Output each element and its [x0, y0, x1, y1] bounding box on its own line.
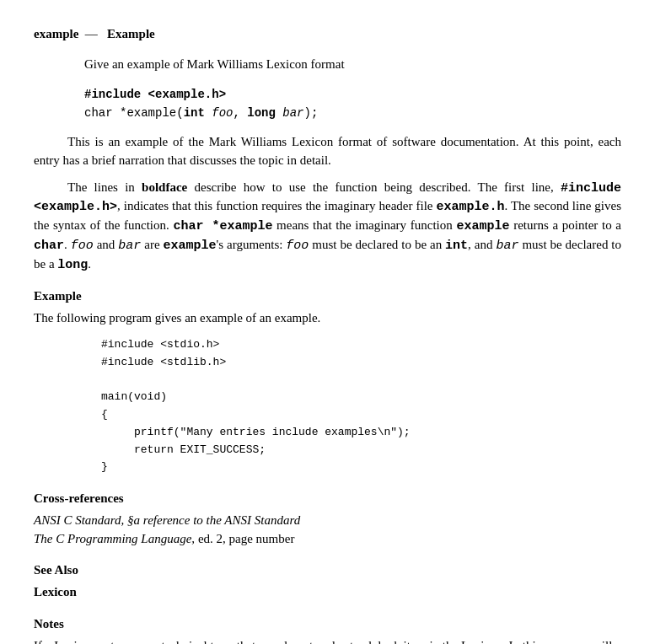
paragraph-2: The lines in boldface describe how to us… — [34, 179, 621, 275]
notes-section: Notes If a Lexicon entry uses a technica… — [34, 615, 621, 644]
para2-t2: , indicates that this function requires … — [117, 199, 436, 212]
para2-t1: describe how to use the function being d… — [187, 180, 561, 194]
see-also-content: Lexicon — [34, 583, 621, 602]
example-section: Example The following program gives an e… — [34, 287, 621, 476]
para2-t4: means that the imaginary function — [272, 218, 456, 232]
example-code: #include <stdio.h> #include <stdlib.h> m… — [101, 336, 621, 476]
para2-foo1: foo — [71, 239, 94, 253]
paragraph-1: This is an example of the Mark Williams … — [34, 133, 621, 170]
cross-references-section: Cross-references ANSI C Standard, §a ref… — [34, 490, 621, 548]
see-also-title: See Also — [34, 561, 621, 580]
cross-ref-line1: ANSI C Standard, §a reference to the ANS… — [34, 512, 621, 530]
para2-t8: are — [141, 238, 163, 251]
synopsis-func-text: char *example( — [84, 106, 184, 120]
notes-content: If a Lexicon entry uses a technical term… — [34, 637, 621, 644]
synopsis-function: char *example(int foo, long bar); — [84, 105, 621, 121]
synopsis-include: #include <example.h> — [84, 86, 621, 103]
example-intro: The following program gives an example o… — [34, 309, 621, 328]
cross-ref-book: The C Programming Language, — [34, 532, 195, 545]
synopsis-foo: foo — [212, 106, 233, 120]
para2-t13: . — [88, 257, 91, 271]
para2-long: long — [57, 258, 88, 272]
para2-exampleh: example.h — [436, 200, 504, 214]
para2-char-example: char *example — [173, 219, 272, 233]
para2-t11: , and — [468, 238, 496, 251]
para2-t5: returns a pointer to a — [509, 218, 621, 232]
para2-t6: . — [64, 238, 71, 251]
para2-t10: must be declared to be an — [309, 238, 445, 251]
para2-bar1: bar — [118, 239, 141, 253]
description-text: Give an example of Mark Williams Lexicon… — [84, 57, 345, 71]
cross-ref-edition: ed. 2, page number — [198, 532, 295, 545]
para2-example2: example — [456, 219, 509, 233]
para2-char: char — [34, 239, 64, 253]
para2-t7: and — [94, 238, 119, 251]
para2-foo2: foo — [286, 239, 309, 253]
example-section-title: Example — [34, 287, 621, 306]
synopsis-int: int — [184, 106, 205, 120]
para2-example3: example — [164, 239, 217, 253]
para2-t9: 's arguments: — [217, 238, 287, 251]
para2-bar2: bar — [496, 239, 518, 253]
para1-text: This is an example of the Mark Williams … — [34, 135, 621, 167]
synopsis-bar: bar — [282, 106, 303, 120]
entry-title: Example — [107, 27, 155, 40]
synopsis-comma: , — [233, 106, 247, 120]
para2-boldface: boldface — [142, 180, 187, 194]
synopsis-include-text: #include <example.h> — [84, 88, 226, 101]
entry-description: Give an example of Mark Williams Lexicon… — [84, 56, 621, 74]
para2-int: int — [445, 239, 468, 253]
cross-ref-line2: The C Programming Language, ed. 2, page … — [34, 530, 621, 549]
entry-header: example — Example — [34, 25, 621, 44]
para2-the: The lines in — [67, 180, 142, 194]
see-also-section: See Also Lexicon — [34, 561, 621, 602]
entry-term: example — [34, 27, 78, 40]
notes-title: Notes — [34, 615, 621, 634]
entry-separator: — — [82, 27, 104, 40]
cross-ref-content: ANSI C Standard, §a reference to the ANS… — [34, 512, 621, 549]
cross-ref-title: Cross-references — [34, 490, 621, 508]
synopsis-long: long — [247, 106, 276, 120]
synopsis-end: ); — [304, 106, 319, 120]
